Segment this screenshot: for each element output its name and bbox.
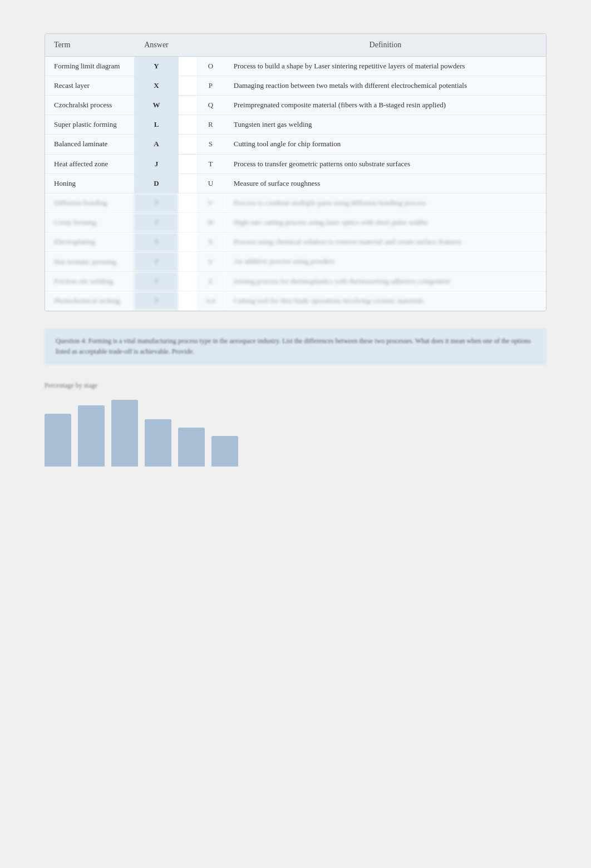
table-row-answer: ? bbox=[134, 213, 179, 232]
table-row-definition: Tungsten inert gas welding bbox=[225, 115, 546, 135]
table-row-answer: L bbox=[134, 115, 179, 135]
bar-chart-title: Percentage by stage bbox=[45, 381, 546, 390]
table-row-term: Hot isostatic pressing bbox=[45, 252, 134, 271]
table-row-definition: An additive process using powders bbox=[225, 252, 546, 271]
table-row-answer: X bbox=[134, 76, 179, 95]
note-text: Question 4: Forming is a vital manufactu… bbox=[56, 337, 531, 355]
table-row-definition: Preimpregnated composite material (fiber… bbox=[225, 95, 546, 115]
table-row-letter: V bbox=[196, 193, 225, 212]
table-row-letter: Z bbox=[196, 271, 225, 291]
bar bbox=[178, 428, 205, 467]
table-row-term: Recast layer bbox=[45, 76, 134, 95]
table-row-term: Creep forming bbox=[45, 213, 134, 232]
header-term: Term bbox=[45, 34, 134, 56]
table-row-letter: O bbox=[196, 56, 225, 76]
table-row-letter: P bbox=[196, 76, 225, 95]
table-row-letter: Y bbox=[196, 252, 225, 271]
matching-table-container: Term Answer Definition Forming limit dia… bbox=[45, 33, 546, 311]
header-definition: Definition bbox=[225, 34, 546, 56]
table-row-answer: A bbox=[134, 135, 179, 154]
table-row-answer: W bbox=[134, 95, 179, 115]
table-row-term: Honing bbox=[45, 173, 134, 193]
bar bbox=[145, 419, 171, 467]
table-row-term: Forming limit diagram bbox=[45, 56, 134, 76]
table-row-definition: Process to transfer geometric patterns o… bbox=[225, 154, 546, 173]
table-row-letter: AA bbox=[196, 291, 225, 310]
bar bbox=[111, 400, 138, 467]
table-row-definition: High-rate cutting process using laser op… bbox=[225, 213, 546, 232]
table-row-term: Diffusion bonding bbox=[45, 193, 134, 212]
table-row-definition: Process to build a shape by Laser sinter… bbox=[225, 56, 546, 76]
table-row-answer: ? bbox=[134, 232, 179, 252]
table-row-definition: Process using chemical solution to remov… bbox=[225, 232, 546, 252]
table-row-term: Heat affected zone bbox=[45, 154, 134, 173]
table-row-answer: ? bbox=[134, 252, 179, 271]
table-row-definition: Process to combine multiple parts using … bbox=[225, 193, 546, 212]
table-row-answer: J bbox=[134, 154, 179, 173]
table-row-letter: R bbox=[196, 115, 225, 135]
table-row-answer: ? bbox=[134, 271, 179, 291]
table-row-definition: Measure of surface roughness bbox=[225, 173, 546, 193]
table-row-definition: Cutting tool for thin blade operations i… bbox=[225, 291, 546, 310]
table-row-term: Photochemical etching bbox=[45, 291, 134, 310]
table-row-term: Friction stir welding bbox=[45, 271, 134, 291]
table-row-letter: Q bbox=[196, 95, 225, 115]
table-row-term: Super plastic forming bbox=[45, 115, 134, 135]
table-row-letter: T bbox=[196, 154, 225, 173]
bar bbox=[211, 436, 238, 467]
table-row-answer: ? bbox=[134, 193, 179, 212]
table-row-letter: U bbox=[196, 173, 225, 193]
header-answer: Answer bbox=[134, 34, 179, 56]
table-row-definition: Damaging reaction between two metals wit… bbox=[225, 76, 546, 95]
table-row-definition: Cutting tool angle for chip formation bbox=[225, 135, 546, 154]
bar-chart-section: Percentage by stage bbox=[45, 381, 546, 467]
table-row-answer: Y bbox=[134, 56, 179, 76]
table-row-answer: D bbox=[134, 173, 179, 193]
bar bbox=[78, 405, 105, 467]
table-row-answer: ? bbox=[134, 291, 179, 310]
table-row-definition: Joining process for thermoplastics with … bbox=[225, 271, 546, 291]
table-row-term: Electroplating bbox=[45, 232, 134, 252]
table-row-letter: X bbox=[196, 232, 225, 252]
table-row-letter: W bbox=[196, 213, 225, 232]
table-row-letter: S bbox=[196, 135, 225, 154]
bar-chart bbox=[45, 394, 546, 467]
table-row-term: Czochralski process bbox=[45, 95, 134, 115]
bar bbox=[45, 414, 71, 467]
matching-table: Term Answer Definition Forming limit dia… bbox=[45, 34, 546, 311]
table-row-term: Balanced laminate bbox=[45, 135, 134, 154]
note-block: Question 4: Forming is a vital manufactu… bbox=[45, 328, 546, 365]
